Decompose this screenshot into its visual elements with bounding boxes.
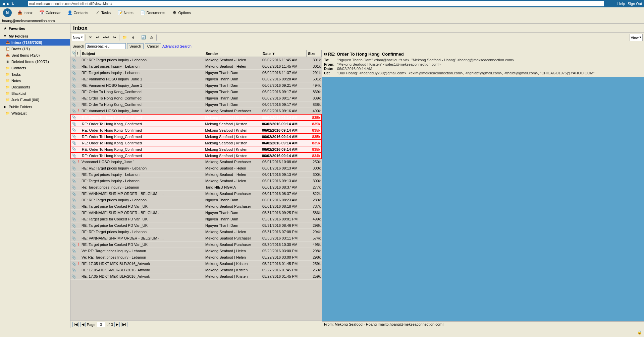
reply-all-button[interactable]: ↩↩ [101,34,111,41]
search-bar: Search Search Cancel Advanced Search [70,42,644,50]
email-row[interactable]: 📎!RE: 17.05-HDKT-MEK-BLF/2016_ArtworkMek… [70,261,322,267]
email-row[interactable]: 📎RE: 17.05-HDKT-MEK-BLF/2016_ArtworkMeko… [70,273,322,280]
email-row[interactable]: 📎RE: Order To Hong Kong_ConfirmedMekong … [70,114,322,121]
email-row[interactable]: 📎RE: Order To Hong Kong_ConfirmedMekong … [70,127,322,133]
attach-cell: 📎 [70,274,76,279]
email-row[interactable]: 📎RE: RE: Target prices Inquiry - Lebanon… [70,197,322,203]
print-button[interactable]: 🖨 [129,34,137,41]
next-page-btn[interactable]: ▶ [114,322,120,327]
first-page-btn[interactable]: |◀ [72,322,79,327]
email-row[interactable]: 📎RE: Target prices Inquiry - LebanonNguy… [70,70,322,76]
email-row[interactable]: 📎RE: Order To Hong Kong_ConfirmedMekong … [70,140,322,146]
email-row[interactable]: 📎RE: Order To Hong Kong_ConfirmedNguyen … [70,102,322,108]
last-page-btn[interactable]: ▶| [121,322,127,327]
nav-documents[interactable]: 📄 Documents [137,8,168,17]
subject-cell: RE: 17.05-HDKT-MEK-BLF/2016_Artwork [80,274,204,279]
col-sender-header[interactable]: Sender [204,50,261,57]
reload-btn[interactable]: ↻ [11,2,14,6]
size-cell: 574k [307,236,322,241]
email-row[interactable]: 📎RE: Target prices Inquiry - LebanonMeko… [70,172,322,178]
size-cell: 838k [307,102,322,107]
forward-btn[interactable]: ▶ [7,2,9,6]
email-row[interactable]: 📎RE: Target price for Cooked PD Van_UKMe… [70,203,322,210]
email-row[interactable]: 📎Vé: RE: Target prices Inquiry - Lebanon… [70,248,322,254]
email-row[interactable]: 📎RE: Order To Hong Kong_ConfirmedNguyen … [70,89,322,95]
email-row[interactable]: 📎RE: Order To Hong Kong_ConfirmedMekong … [70,133,322,140]
nav-contacts[interactable]: 👤 Contacts [64,8,91,17]
sidebar-item-tasks[interactable]: 📁 Tasks [0,71,70,77]
delete-button[interactable]: ✕ [87,34,94,41]
status-bar: 🔒 [0,328,644,337]
new-button[interactable]: New ▼ [72,34,84,41]
email-row[interactable]: 📎RE: Order To Hong Kong_ConfirmedMekong … [70,152,322,159]
sidebar-item-public[interactable]: ▶ Public Folders [0,104,70,110]
search-button[interactable]: Search [127,43,144,49]
col-flag-header[interactable]: ! [76,50,80,57]
col-subject-header[interactable]: Subject [80,50,204,57]
email-row[interactable]: 📎RE: RE: Target prices Inquiry - Lebanon… [70,57,322,63]
attach-cell: 📎 [70,210,76,215]
date-cell: 06/02/2016 09:17 AM [261,96,307,100]
sidebar-item-drafts[interactable]: 📋 Drafts (1/1) [0,46,70,52]
email-row[interactable]: 📎!RE: Target price for Cooked PD Van_UKM… [70,242,322,248]
email-row[interactable]: 📎RE: Order To Hong Kong_ConfirmedMekong … [70,146,322,152]
email-row[interactable]: 📎!Vannamei HOSO Inquiry_June 1Mekong Sea… [70,159,322,165]
search-input[interactable] [86,43,126,49]
sidebar-item-whitelist[interactable]: 📁 WhiteList [0,110,70,116]
email-row[interactable]: 📎RE: VANNAMEI SHRIMP ORDER - BELGIUM - .… [70,210,322,216]
email-row[interactable]: 📎RE: Vannamei HOSO Inquiry_June 1Nguyen … [70,82,322,89]
email-row[interactable]: 📎RE: Vannamei HOSO Inquiry_June 1Nguyen … [70,76,322,82]
spam-button[interactable]: ⚠ [148,34,155,41]
sidebar-item-junk[interactable]: 📁 Junk E-mail (0/0) [0,96,70,103]
date-cell: 05/31/2016 08:46 PM [261,223,307,228]
back-btn[interactable]: ◀ [2,2,5,6]
signout-link[interactable]: Sign Out [628,2,642,6]
col-size-header[interactable]: Size [307,50,322,57]
subject-cell: RE: VANNAMEI SHRIMP ORDER - BELGIUM - ..… [80,191,204,196]
page-input[interactable] [97,322,105,327]
email-row[interactable]: 📎!RE: Vannamei HOSO Inquiry_June 1Mekong… [70,108,322,114]
attach-cell: 📎 [71,140,76,145]
sidebar-item-notes[interactable]: 📁 Notes [0,77,70,84]
email-row[interactable]: 📎Vé: RE: Target prices Inquiry - Lebanon… [70,254,322,261]
nav-notes[interactable]: 📝 Notes [114,8,137,17]
sidebar-item-sent[interactable]: 📤 Sent Items (42/0) [0,52,70,58]
refresh-button[interactable]: 🔄 [140,34,148,41]
nav-tasks[interactable]: ✓ Tasks [92,8,114,17]
sidebar-item-documents[interactable]: 📁 Documents [0,84,70,90]
help-link[interactable]: Help [618,2,625,6]
sidebar-favorites[interactable]: ★ Favorites [0,25,70,31]
move-button[interactable]: 📁 [121,34,129,41]
new-dropdown-arrow[interactable]: ▼ [80,36,83,39]
email-row[interactable]: 📎RE: RE: Target prices Inquiry - Lebanon… [70,229,322,235]
cancel-search-button[interactable]: Cancel [145,43,161,49]
advanced-search-link[interactable]: Advanced Search [162,44,192,48]
email-row[interactable]: 📎RE: Target price for Cooked PD Van_UKNg… [70,222,322,229]
col-attach-header[interactable]: 📎 [70,50,76,57]
preview-minimize-icon[interactable]: ⊟ [324,52,327,56]
email-row[interactable]: 📎Re: Target prices Inquiry - LebanonTang… [70,184,322,191]
view-dropdown[interactable]: View ▼ [630,34,643,41]
sidebar-item-deleted[interactable]: 🗑 Deleted Items (100/71) [0,58,70,65]
nav-options[interactable]: ⚙ Options [169,8,194,17]
sidebar-my-folders[interactable]: ▼ My Folders [0,33,70,39]
email-row[interactable]: 📎RE: Target prices Inquiry - LebanonMeko… [70,63,322,70]
prev-page-btn[interactable]: ◀ [80,322,86,327]
reply-button[interactable]: ↩ [94,34,101,41]
sidebar-item-contacts[interactable]: 📁 Contacts [0,65,70,71]
email-row[interactable]: 📎RE: VANNAMEI SHRIMP ORDER - BELGIUM - .… [70,235,322,242]
email-row[interactable]: 📎RE: Target price for Cooked PD Van_UKNg… [70,216,322,222]
col-date-header[interactable]: Date ▼ [261,50,307,57]
sidebar-item-blacklist[interactable]: 📁 BlackList [0,90,70,96]
email-row[interactable]: 📎RE: Order To Hong Kong_ConfirmedMekong … [70,121,322,127]
forward-button[interactable]: ↪ [111,34,118,41]
email-row[interactable]: 📎RE: 17.05-HDKT-MEK-BLF/2016_ArtworkMeko… [70,267,322,273]
nav-inbox[interactable]: 📥 Inbox [14,8,36,17]
email-row[interactable]: 📎RE: RE: Target prices Inquiry - Lebanon… [70,165,322,172]
url-bar[interactable]: mail.mekseaconnection.com/worldclient.dl… [28,1,604,6]
email-row[interactable]: 📎RE: VANNAMEI SHRIMP ORDER - BELGIUM - .… [70,191,322,197]
email-row[interactable]: 📎RE: Order To Hong Kong_ConfirmedNguyen … [70,95,322,102]
email-row[interactable]: 📎RE: Target prices Inquiry - LebanonMeko… [70,178,322,184]
sidebar-item-inbox[interactable]: 📥 Inbox (7185/7028) [0,39,70,46]
nav-calendar[interactable]: 📅 Calendar [36,8,64,17]
